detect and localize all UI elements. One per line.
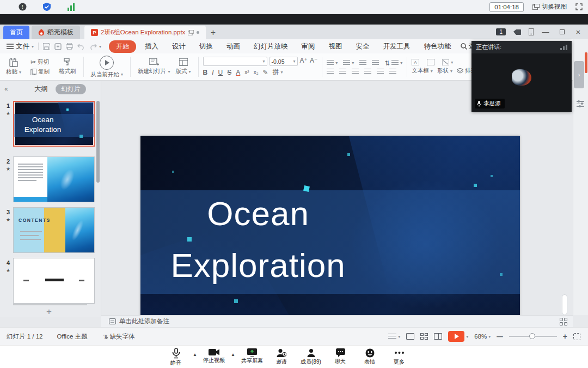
zoom-out-button[interactable]: — <box>497 333 503 340</box>
subscript-button[interactable]: x₂ <box>254 69 259 75</box>
copy-button[interactable]: 复制 <box>30 68 50 76</box>
phone-icon[interactable] <box>529 28 534 35</box>
menu-tab-view[interactable]: 视图 <box>324 41 347 52</box>
fullscreen-icon[interactable] <box>575 3 583 10</box>
italic-button[interactable]: I <box>212 69 213 76</box>
maximize-button[interactable] <box>558 28 566 36</box>
tag-icon[interactable] <box>513 29 521 35</box>
phonetic-button[interactable]: 拼▾ <box>273 68 283 77</box>
text-box-button[interactable]: 文本框▾ <box>412 67 433 75</box>
increase-font-icon[interactable]: A⁺ <box>300 57 308 66</box>
bold-button[interactable]: B <box>203 69 208 76</box>
save-icon[interactable] <box>43 43 50 50</box>
indent-icon[interactable] <box>372 60 379 66</box>
outdent-icon[interactable] <box>359 60 366 66</box>
paste-button[interactable]: 粘贴▾ <box>3 58 24 76</box>
members-button[interactable]: 成员(89) <box>296 347 326 366</box>
tab-outline[interactable]: 大纲 <box>34 85 48 94</box>
quickbar-dropdown-icon[interactable]: ▾ <box>99 44 101 49</box>
zoom-slider[interactable] <box>509 336 557 337</box>
decrease-font-icon[interactable]: A⁻ <box>310 57 317 66</box>
layout-button[interactable]: 版式▾ <box>173 58 194 75</box>
notification-badge[interactable]: 1 <box>496 28 506 35</box>
cut-button[interactable]: ✂剪切 <box>30 58 50 66</box>
menu-tab-home[interactable]: 开始 <box>109 40 136 53</box>
new-slide-button[interactable]: 新建幻灯片▾ <box>135 58 173 75</box>
canvas-scrollbar[interactable] <box>562 294 567 315</box>
invite-button[interactable]: 邀请 <box>267 347 296 366</box>
sidebar-collapse-button[interactable]: « <box>4 85 8 93</box>
notes-bar[interactable]: 单击此处添加备注 <box>101 315 573 327</box>
grid-view-icon[interactable] <box>560 318 567 325</box>
slide-thumbnail-3[interactable]: CONTENTS <box>13 207 95 253</box>
undo-icon[interactable] <box>77 44 85 50</box>
font-size-combo[interactable]: -0.05▾ <box>270 57 298 66</box>
menu-tab-security[interactable]: 安全 <box>351 41 375 52</box>
menu-tab-design[interactable]: 设计 <box>167 41 191 52</box>
align-right-icon[interactable] <box>352 69 359 75</box>
share-screen-button[interactable]: 共享屏幕 <box>237 347 267 365</box>
slide-title-text[interactable]: Ocean Exploration <box>148 188 368 292</box>
menu-tab-special[interactable]: 特色功能 <box>419 41 456 52</box>
slide-sorter-view-button[interactable] <box>420 333 428 340</box>
shape-blank-icon[interactable] <box>427 59 434 65</box>
minimize-button[interactable]: — <box>541 28 550 36</box>
align-distribute-icon[interactable] <box>377 69 384 75</box>
zoom-in-button[interactable]: + <box>563 332 567 341</box>
print-icon[interactable] <box>66 43 73 50</box>
object-properties-icon[interactable] <box>577 99 584 107</box>
redo-icon[interactable] <box>89 44 97 50</box>
output-icon[interactable] <box>54 43 62 50</box>
transition-star-icon[interactable]: ★ <box>4 217 13 222</box>
theme-name[interactable]: Office 主题 <box>57 333 87 341</box>
panel-collapse-handle[interactable]: › <box>574 61 584 88</box>
menu-tab-transition[interactable]: 切换 <box>194 41 218 52</box>
underline-button[interactable]: U <box>218 69 223 76</box>
text-direction-icon[interactable]: A <box>412 59 419 65</box>
tab-docer-templates[interactable]: 稻壳模板 <box>32 26 80 39</box>
shape-fill-button[interactable]: ▾ <box>442 59 453 65</box>
transition-star-icon[interactable]: ★ <box>4 166 13 172</box>
chat-button[interactable]: 聊天 <box>326 347 355 365</box>
tab-home[interactable]: 首页 <box>3 26 29 39</box>
notes-toggle-button[interactable]: ▾ <box>388 334 400 340</box>
fit-window-button[interactable] <box>573 333 580 340</box>
transition-star-icon[interactable]: ★ <box>4 111 13 116</box>
play-from-current-button[interactable]: 从当前开始▾ <box>88 56 126 79</box>
add-slide-button[interactable]: + <box>38 306 60 317</box>
reading-view-button[interactable] <box>434 333 442 340</box>
emoji-button[interactable]: 表情 <box>355 347 384 366</box>
video-options-arrow[interactable]: ▲ <box>229 347 237 357</box>
menu-tab-review[interactable]: 审阅 <box>297 41 320 52</box>
right-scrollbar-accent[interactable] <box>585 52 587 73</box>
more-button[interactable]: 更多 <box>384 347 414 366</box>
columns-icon[interactable] <box>389 69 396 75</box>
shape-button[interactable]: 形状▾ <box>437 67 452 75</box>
tab-active-document[interactable]: P 2班6组Ocean Exploration.pptx <box>84 26 206 39</box>
pin-window-icon[interactable] <box>188 30 194 35</box>
align-left-icon[interactable] <box>327 69 334 75</box>
file-menu-button[interactable]: 文件 ▾ <box>0 42 38 51</box>
menu-tab-insert[interactable]: 插入 <box>140 41 163 52</box>
missing-font-indicator[interactable]: T 缺失字体 <box>102 333 135 341</box>
stop-video-button[interactable]: 停止视频 <box>199 347 229 364</box>
bullet-list-button[interactable]: ▾ <box>327 60 338 66</box>
new-tab-button[interactable]: + <box>206 26 220 39</box>
font-color-button[interactable]: A <box>236 69 240 76</box>
superscript-button[interactable]: x² <box>244 69 249 75</box>
slide-thumbnail-4[interactable] <box>13 258 95 304</box>
transition-star-icon[interactable]: ★ <box>4 268 13 273</box>
normal-view-button[interactable] <box>406 333 414 340</box>
slide-thumbnail-2[interactable] <box>13 156 95 202</box>
tab-slides[interactable]: 幻灯片 <box>56 84 87 94</box>
format-painter-button[interactable]: 格式刷 <box>56 58 79 75</box>
mute-options-arrow[interactable]: ▲ <box>191 347 199 357</box>
info-icon[interactable]: ! <box>19 3 27 11</box>
sidebar-scrollbar[interactable] <box>96 101 100 183</box>
line-spacing-button[interactable]: ⇅▾ <box>384 59 402 67</box>
switch-view-button[interactable]: 切换视图 <box>529 2 570 12</box>
chart-icon[interactable] <box>67 3 75 11</box>
menu-tab-devtools[interactable]: 开发工具 <box>378 41 415 52</box>
strikethrough-button[interactable]: S <box>227 69 231 76</box>
numbered-list-button[interactable]: ▾ <box>343 60 354 66</box>
